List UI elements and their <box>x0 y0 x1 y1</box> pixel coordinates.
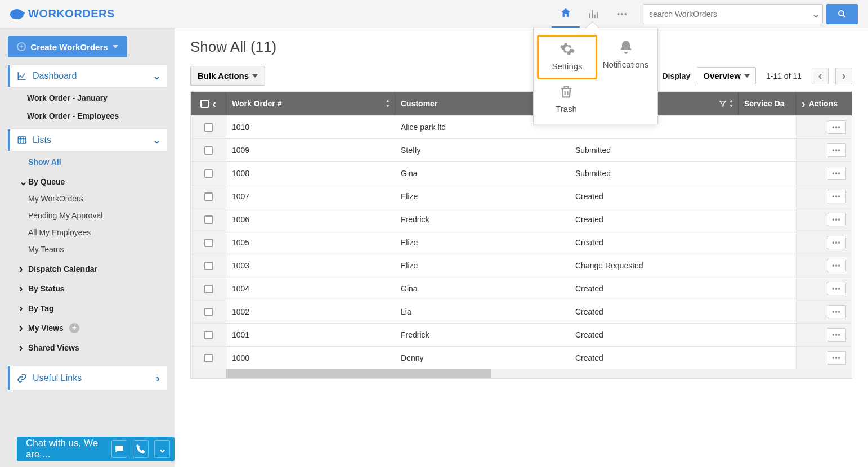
add-view-icon[interactable]: + <box>69 323 79 333</box>
table-row[interactable]: 1004GinaCreated••• <box>191 277 852 300</box>
menu-settings[interactable]: Settings <box>537 35 597 79</box>
chart-icon <box>17 71 27 81</box>
cell-status: Created <box>570 277 739 300</box>
row-actions-button[interactable]: ••• <box>827 190 846 203</box>
brand[interactable]: WORKORDERS <box>10 7 115 20</box>
table-row[interactable]: 1008GinaSubmitted••• <box>191 161 852 185</box>
row-checkbox[interactable] <box>204 192 213 201</box>
cell-service-date <box>739 277 796 300</box>
row-actions-button[interactable]: ••• <box>827 236 846 249</box>
nav-shared-views[interactable]: Shared Views <box>8 336 167 356</box>
display-value: Overview <box>703 71 741 80</box>
nav-dashboard[interactable]: Dashboard <box>8 65 167 87</box>
nav-queue-item-1[interactable]: Pending My Approval <box>8 207 167 224</box>
table-row[interactable]: 1005ElizeCreated••• <box>191 231 852 254</box>
search-dropdown-toggle[interactable] <box>809 4 822 24</box>
create-workorders-button[interactable]: + Create WorkOrders <box>8 36 127 57</box>
scrollbar-thumb[interactable] <box>226 369 491 378</box>
nav-dashboard-item-1[interactable]: Work Order - Employees <box>8 107 167 125</box>
select-all-checkbox[interactable] <box>200 100 209 108</box>
pager-prev-button[interactable] <box>812 68 829 84</box>
bulk-actions-button[interactable]: Bulk Actions <box>190 66 265 86</box>
nav-by-tag[interactable]: By Tag <box>8 297 167 317</box>
nav-queue-item-2[interactable]: All My Employees <box>8 224 167 241</box>
table-row[interactable]: 1003ElizeChange Requested••• <box>191 254 852 277</box>
nav-by-queue[interactable]: By Queue <box>8 171 167 190</box>
horizontal-scrollbar[interactable] <box>191 369 852 378</box>
cell-customer: Gina <box>395 277 570 300</box>
row-checkbox[interactable] <box>204 308 213 316</box>
nav-dispatch-label: Dispatch Calendar <box>28 264 97 273</box>
create-label: Create WorkOrders <box>30 42 108 52</box>
chat-widget[interactable]: Chat with us, We are ... <box>17 437 175 461</box>
row-actions-button[interactable]: ••• <box>827 328 846 342</box>
chat-phone-icon[interactable] <box>133 440 149 458</box>
chat-collapse-icon[interactable] <box>154 440 170 458</box>
nav-lists[interactable]: Lists <box>8 129 167 151</box>
row-checkbox[interactable] <box>204 169 213 178</box>
home-icon[interactable] <box>552 0 580 28</box>
row-checkbox[interactable] <box>204 331 213 339</box>
chat-message-icon[interactable] <box>111 440 127 458</box>
cell-service-date <box>739 300 796 323</box>
table-row[interactable]: 1009SteffySubmitted••• <box>191 138 852 161</box>
search-input[interactable] <box>643 4 823 24</box>
th-service-date[interactable]: Service Da <box>739 92 796 115</box>
sort-icon[interactable]: ▲▼ <box>386 98 390 109</box>
row-checkbox[interactable] <box>204 123 213 132</box>
chevron-down-icon <box>19 176 26 188</box>
row-actions-button[interactable]: ••• <box>827 120 846 134</box>
th-work-order[interactable]: Work Order # ▲▼ <box>226 92 395 115</box>
sort-icon[interactable]: ▲▼ <box>729 98 733 109</box>
row-checkbox[interactable] <box>204 215 213 224</box>
row-actions-button[interactable]: ••• <box>827 305 846 318</box>
display-dropdown[interactable]: Overview <box>697 67 756 84</box>
menu-trash[interactable]: Trash <box>537 79 596 120</box>
row-checkbox[interactable] <box>204 285 213 293</box>
collapse-col-icon[interactable] <box>212 97 216 110</box>
row-checkbox[interactable] <box>204 146 213 155</box>
row-checkbox[interactable] <box>204 262 213 270</box>
row-actions-button[interactable]: ••• <box>827 213 846 226</box>
th-select-all[interactable] <box>191 92 226 115</box>
row-actions-button[interactable]: ••• <box>827 259 846 272</box>
expand-col-icon[interactable] <box>802 97 806 110</box>
row-actions-button[interactable]: ••• <box>827 351 846 365</box>
nav-dashboard-item-0[interactable]: Work Order - January <box>8 89 167 107</box>
table-row[interactable]: 1001FredrickCreated••• <box>191 323 852 346</box>
svg-point-3 <box>839 11 844 16</box>
nav-useful-links[interactable]: Useful Links <box>8 366 167 390</box>
nav-by-status[interactable]: By Status <box>8 277 167 297</box>
menu-notifications[interactable]: Notifications <box>597 35 654 79</box>
th-customer-label: Customer <box>401 99 437 108</box>
filter-icon[interactable] <box>719 100 727 107</box>
nav-by-tag-label: By Tag <box>28 304 54 313</box>
svg-point-1 <box>621 12 623 15</box>
pager-next-button[interactable] <box>835 68 852 84</box>
nav-my-views[interactable]: My Views + <box>8 317 167 336</box>
nav-show-all[interactable]: Show All <box>8 153 167 171</box>
table-row[interactable]: 1007ElizeCreated••• <box>191 185 852 208</box>
row-select-cell <box>191 139 226 161</box>
cell-customer: Gina <box>395 162 570 185</box>
nav-dispatch-calendar[interactable]: Dispatch Calendar <box>8 258 167 277</box>
useful-links-label: Useful Links <box>33 373 82 383</box>
search-button[interactable] <box>826 4 858 24</box>
row-actions-button[interactable]: ••• <box>827 167 846 180</box>
cell-service-date <box>739 324 796 346</box>
nav-queue-item-3[interactable]: My Teams <box>8 241 167 258</box>
row-actions-button[interactable]: ••• <box>827 282 846 295</box>
cell-customer: Elize <box>395 254 570 277</box>
more-menu-icon[interactable] <box>608 0 636 28</box>
row-actions-button[interactable]: ••• <box>827 143 846 157</box>
table-row[interactable]: 1010Alice park ltd••• <box>191 115 852 138</box>
table-row[interactable]: 1002LiaCreated••• <box>191 300 852 323</box>
nav-queue-item-0[interactable]: My WorkOrders <box>8 190 167 207</box>
top-bar: WORKORDERS <box>0 0 868 28</box>
row-checkbox[interactable] <box>204 239 213 247</box>
table-header: Work Order # ▲▼ Customer ▲▼ Service Da <box>191 92 852 115</box>
table-row[interactable]: 1006FredrickCreated••• <box>191 208 852 231</box>
table-row[interactable]: 1000DennyCreated••• <box>191 346 852 369</box>
cell-work-order: 1007 <box>226 185 395 208</box>
row-checkbox[interactable] <box>204 354 213 362</box>
